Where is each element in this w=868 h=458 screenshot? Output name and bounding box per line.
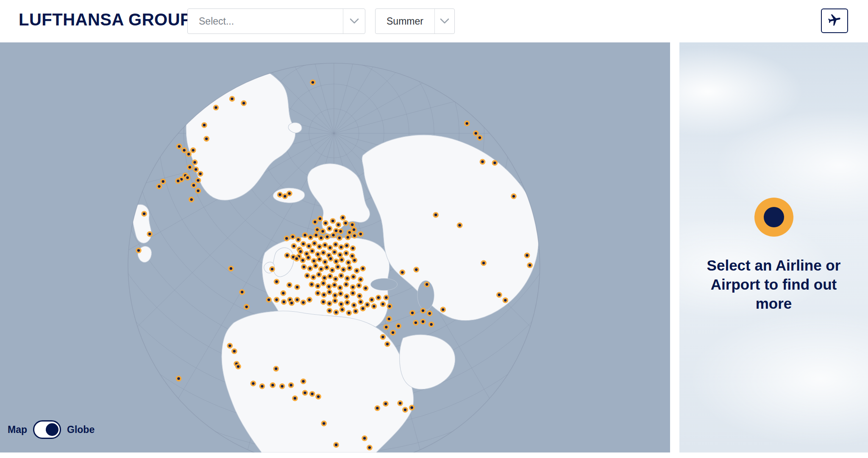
destination-dot[interactable] [312,219,318,225]
destination-dot[interactable] [281,299,287,304]
destination-dot[interactable] [322,259,328,265]
destination-dot[interactable] [228,265,234,271]
destination-dot[interactable] [324,265,330,270]
destination-dot[interactable] [511,193,517,199]
destination-dot[interactable] [239,289,245,295]
flights-button[interactable] [821,8,848,33]
destination-dot[interactable] [273,366,279,371]
destination-dot[interactable] [274,279,280,284]
destination-dot[interactable] [189,197,195,202]
destination-dot[interactable] [387,304,392,309]
destination-dot[interactable] [376,295,381,300]
destination-dot[interactable] [352,233,358,238]
destination-dot[interactable] [428,321,434,327]
destination-dot[interactable] [327,274,333,279]
toggle-map-label[interactable]: Map [8,424,27,436]
destination-dot[interactable] [320,280,326,286]
chevron-down-icon[interactable] [434,9,454,34]
destination-dot[interactable] [315,283,321,289]
destination-dot[interactable] [338,291,344,296]
destination-dot[interactable] [306,255,312,260]
destination-dot[interactable] [384,341,390,347]
destination-dot[interactable] [315,290,321,296]
destination-dot[interactable] [295,237,301,242]
destination-dot[interactable] [316,272,322,277]
destination-dot[interactable] [317,257,323,262]
destination-dot[interactable] [331,282,337,288]
map-globe-switch[interactable] [33,420,61,439]
destination-dot[interactable] [284,235,289,241]
destination-dot[interactable] [386,316,392,321]
destination-dot[interactable] [345,235,351,240]
destination-dot[interactable] [277,192,283,197]
destination-dot[interactable] [464,120,470,126]
destination-dot[interactable] [320,250,326,255]
destination-dot[interactable] [322,275,328,280]
destination-dot[interactable] [350,290,356,296]
destination-dot[interactable] [420,319,426,324]
destination-dot[interactable] [309,248,315,254]
destination-dot[interactable] [527,263,533,268]
destination-dot[interactable] [331,249,337,255]
destination-dot[interactable] [309,391,315,397]
destination-dot[interactable] [413,267,419,272]
destination-dot[interactable] [356,293,362,299]
destination-dot[interactable] [333,276,339,282]
destination-dot[interactable] [433,212,439,218]
destination-dot[interactable] [327,308,333,313]
destination-dot[interactable] [250,381,256,386]
destination-dot[interactable] [304,273,310,278]
destination-dot[interactable] [349,222,355,227]
destination-dot[interactable] [354,268,360,274]
destination-dot[interactable] [187,165,193,170]
destination-dot[interactable] [315,251,321,257]
destination-dot[interactable] [193,167,199,172]
destination-dot[interactable] [338,229,344,234]
destination-dot[interactable] [337,285,343,290]
destination-dot[interactable] [351,227,357,232]
destination-dot[interactable] [409,405,415,410]
destination-dot[interactable] [481,260,487,266]
destination-dot[interactable] [335,264,341,270]
destination-dot[interactable] [310,274,316,280]
destination-dot[interactable] [457,222,463,228]
destination-dot[interactable] [306,243,312,249]
destination-dot[interactable] [344,243,350,248]
destination-dot[interactable] [235,364,241,369]
destination-dot[interactable] [279,383,285,389]
destination-dot[interactable] [190,148,196,153]
destination-dot[interactable] [383,295,389,300]
destination-dot[interactable] [274,297,280,302]
destination-dot[interactable] [332,293,338,298]
destination-dot[interactable] [351,302,357,308]
destination-dot[interactable] [345,300,351,305]
destination-dot[interactable] [269,266,275,272]
destination-dot[interactable] [314,227,320,232]
destination-dot[interactable] [350,246,356,251]
destination-dot[interactable] [320,299,326,304]
destination-dot[interactable] [345,276,351,281]
destination-dot[interactable] [397,400,403,406]
destination-dot[interactable] [352,257,358,263]
destination-dot[interactable] [160,179,166,184]
destination-dot[interactable] [147,231,153,237]
destination-dot[interactable] [338,244,344,250]
destination-dot[interactable] [338,273,344,278]
destination-dot[interactable] [380,301,386,307]
destination-dot[interactable] [351,274,356,279]
destination-dot[interactable] [328,256,334,261]
destination-dot[interactable] [340,215,346,220]
destination-dot[interactable] [340,267,346,272]
destination-dot[interactable] [322,242,328,248]
destination-dot[interactable] [344,293,350,299]
destination-dot[interactable] [329,267,335,273]
destination-dot[interactable] [332,298,338,304]
destination-dot[interactable] [185,175,191,180]
destination-dot[interactable] [440,307,446,312]
destination-dot[interactable] [176,144,182,149]
destination-dot[interactable] [343,250,349,256]
destination-dot[interactable] [313,232,319,238]
destination-dot[interactable] [343,220,349,226]
destination-dot[interactable] [323,220,328,226]
destination-dot[interactable] [198,171,203,176]
